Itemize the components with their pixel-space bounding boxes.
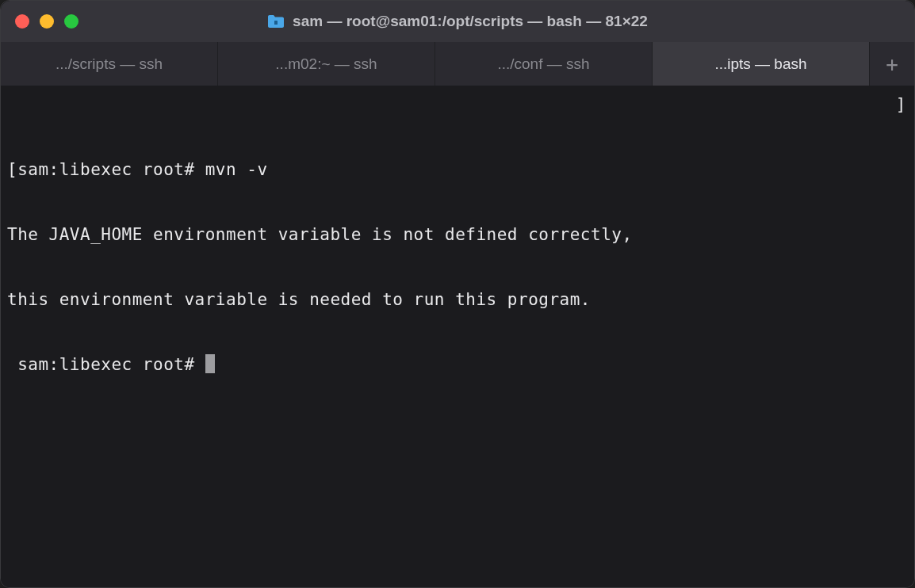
tab-scripts-ssh[interactable]: .../scripts — ssh <box>1 42 218 86</box>
plus-icon: + <box>886 52 898 76</box>
traffic-lights <box>15 14 78 29</box>
command-text: mvn -v <box>205 160 268 179</box>
tab-label: .../scripts — ssh <box>56 55 163 73</box>
tab-ipts-bash[interactable]: ...ipts — bash <box>653 42 870 86</box>
terminal-window: sam — root@sam01:/opt/scripts — bash — 8… <box>0 0 915 588</box>
terminal-line: this environment variable is needed to r… <box>7 289 908 311</box>
tab-label: .../conf — ssh <box>497 55 589 73</box>
folder-icon <box>267 14 285 29</box>
new-tab-button[interactable]: + <box>870 42 914 86</box>
terminal-line: The JAVA_HOME environment variable is no… <box>7 224 908 246</box>
close-icon[interactable] <box>15 14 29 29</box>
terminal-line: [sam:libexec root# mvn -v <box>7 159 908 181</box>
prompt-text: sam:libexec root# <box>7 355 205 374</box>
tabbar: .../scripts — ssh ...m02:~ — ssh .../con… <box>1 42 914 86</box>
terminal-line: sam:libexec root# <box>7 354 908 376</box>
title-content: sam — root@sam01:/opt/scripts — bash — 8… <box>1 13 914 30</box>
tab-conf-ssh[interactable]: .../conf — ssh <box>435 42 653 86</box>
minimize-icon[interactable] <box>40 14 54 29</box>
window-title: sam — root@sam01:/opt/scripts — bash — 8… <box>293 13 648 30</box>
svg-rect-0 <box>274 21 278 25</box>
prompt-text: [sam:libexec root# <box>7 160 205 179</box>
line-end-bracket: ] <box>896 94 906 116</box>
tab-label: ...m02:~ — ssh <box>275 55 377 73</box>
cursor-icon <box>205 354 215 373</box>
maximize-icon[interactable] <box>64 14 78 29</box>
titlebar[interactable]: sam — root@sam01:/opt/scripts — bash — 8… <box>1 1 914 42</box>
tab-label: ...ipts — bash <box>714 55 806 73</box>
terminal-body[interactable]: ] [sam:libexec root# mvn -v The JAVA_HOM… <box>1 86 914 587</box>
tab-m02-ssh[interactable]: ...m02:~ — ssh <box>218 42 435 86</box>
